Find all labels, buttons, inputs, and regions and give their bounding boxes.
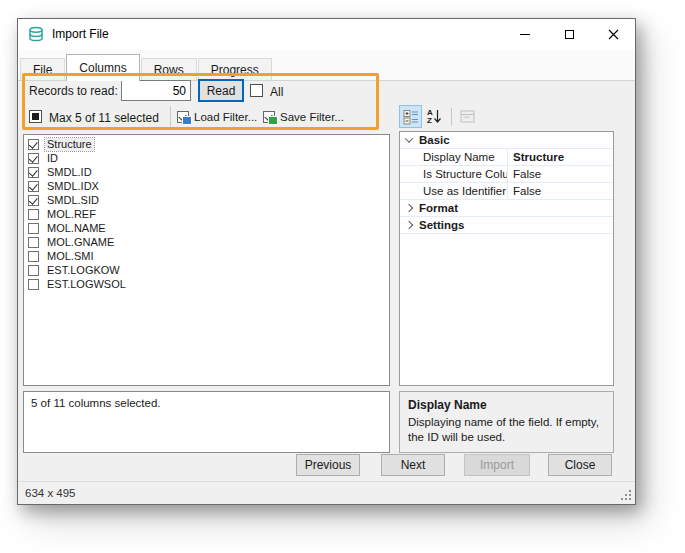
resize-grip-icon[interactable] (629, 498, 631, 500)
tab-rows[interactable]: Rows (141, 58, 197, 80)
tab-strip: File Columns Rows Progress (18, 49, 635, 81)
list-item[interactable]: SMDL.SID (26, 193, 389, 207)
all-checkbox[interactable] (250, 84, 263, 97)
property-pages-icon (460, 110, 476, 124)
property-value[interactable]: Structure (508, 151, 564, 163)
next-button-label: Next (401, 458, 426, 472)
import-button-label: Import (480, 458, 514, 472)
minimize-icon (520, 34, 530, 35)
list-item[interactable]: MOL.GNAME (26, 235, 389, 249)
app-icon (28, 26, 44, 42)
column-checklist[interactable]: Structure ID SMDL.ID SMDL.IDX SMDL.SID M… (23, 134, 390, 386)
item-checkbox[interactable] (28, 251, 39, 262)
dimensions-text: 634 x 495 (25, 487, 76, 499)
property-value[interactable]: False (508, 168, 541, 180)
filter-bar-separator (170, 106, 171, 127)
item-label: EST.LOGWSOL (45, 278, 128, 291)
item-checkbox[interactable] (28, 167, 39, 178)
selection-summary-box: 5 of 11 columns selected. (23, 391, 390, 453)
save-filter-label: Save Filter... (280, 111, 344, 123)
item-label: MOL.GNAME (45, 236, 116, 249)
tab-columns[interactable]: Columns (66, 54, 139, 81)
maximize-button[interactable] (547, 19, 591, 49)
item-label: MOL.REF (45, 208, 98, 221)
import-button[interactable]: Import (464, 454, 530, 476)
close-dialog-button[interactable]: Close (548, 454, 612, 476)
chevron-down-icon (404, 134, 412, 142)
import-file-dialog: Import File File Columns Rows Pr (17, 18, 636, 505)
list-item[interactable]: MOL.NAME (26, 221, 389, 235)
item-checkbox[interactable] (28, 181, 39, 192)
item-label: SMDL.SID (45, 194, 101, 207)
all-checkbox-label: All (270, 85, 283, 99)
max-selected-label: Max 5 of 11 selected (49, 111, 159, 125)
list-item[interactable]: Structure (26, 137, 389, 151)
category-label: Format (419, 202, 458, 214)
property-pages-button[interactable] (456, 105, 479, 128)
description-title: Display Name (408, 398, 605, 412)
property-row-is-structure-column[interactable]: Is Structure Column False (400, 166, 613, 183)
item-label: MOL.SMI (45, 250, 95, 263)
list-item[interactable]: ID (26, 151, 389, 165)
list-item[interactable]: EST.LOGKOW (26, 263, 389, 277)
property-grid-toolbar: A Z (399, 104, 480, 129)
item-checkbox[interactable] (28, 209, 39, 220)
item-checkbox[interactable] (28, 223, 39, 234)
category-label: Basic (419, 134, 450, 146)
alphabetical-sort-button[interactable]: A Z (423, 105, 446, 128)
list-item[interactable]: SMDL.ID (26, 165, 389, 179)
category-label: Settings (419, 219, 464, 231)
description-text: Displaying name of the field. If empty, … (408, 415, 605, 445)
list-item[interactable]: MOL.SMI (26, 249, 389, 263)
list-item[interactable]: MOL.REF (26, 207, 389, 221)
status-bar: 634 x 495 (18, 481, 635, 504)
save-filter-icon (263, 111, 275, 123)
item-label: SMDL.ID (45, 166, 94, 179)
item-label: MOL.NAME (45, 222, 108, 235)
item-checkbox[interactable] (28, 237, 39, 248)
tab-progress-label: Progress (211, 63, 259, 77)
records-to-read-label: Records to read: (29, 84, 118, 98)
next-button[interactable]: Next (381, 454, 445, 476)
max-selected-checkbox[interactable] (29, 110, 42, 123)
toolbar-separator (451, 108, 452, 126)
item-label: Structure (45, 138, 94, 151)
item-label: EST.LOGKOW (45, 264, 122, 277)
categorized-view-button[interactable] (399, 105, 422, 128)
list-item[interactable]: SMDL.IDX (26, 179, 389, 193)
close-button[interactable] (591, 19, 635, 49)
read-button-label: Read (207, 84, 236, 98)
property-label: Display Name (417, 149, 508, 165)
read-button[interactable]: Read (198, 79, 244, 102)
tab-rows-label: Rows (154, 63, 184, 77)
property-row-display-name[interactable]: Display Name Structure (400, 149, 613, 166)
records-to-read-input[interactable] (121, 80, 191, 101)
category-settings[interactable]: Settings (400, 217, 613, 234)
load-filter-icon (177, 111, 189, 123)
item-checkbox[interactable] (28, 153, 39, 164)
property-grid[interactable]: Basic Display Name Structure Is Structur… (399, 131, 614, 386)
item-label: SMDL.IDX (45, 180, 101, 193)
load-filter-button[interactable]: Load Filter... (177, 109, 257, 125)
property-value[interactable]: False (508, 185, 541, 197)
window-title: Import File (52, 27, 109, 41)
tab-columns-label: Columns (79, 61, 126, 75)
category-format[interactable]: Format (400, 200, 613, 217)
categorized-view-icon (403, 109, 419, 125)
tab-progress[interactable]: Progress (198, 58, 272, 80)
item-label: ID (45, 152, 60, 165)
property-description-panel: Display Name Displaying name of the fiel… (399, 391, 614, 453)
tab-file[interactable]: File (20, 58, 65, 80)
minimize-button[interactable] (503, 19, 547, 49)
item-checkbox[interactable] (28, 139, 39, 150)
selection-summary-text: 5 of 11 columns selected. (31, 397, 161, 409)
property-row-use-as-identifier[interactable]: Use as Identifier False (400, 183, 613, 200)
item-checkbox[interactable] (28, 279, 39, 290)
category-basic[interactable]: Basic (400, 132, 613, 149)
item-checkbox[interactable] (28, 195, 39, 206)
chevron-right-icon (404, 204, 412, 212)
save-filter-button[interactable]: Save Filter... (263, 109, 344, 125)
list-item[interactable]: EST.LOGWSOL (26, 277, 389, 291)
item-checkbox[interactable] (28, 265, 39, 276)
previous-button[interactable]: Previous (296, 454, 360, 476)
